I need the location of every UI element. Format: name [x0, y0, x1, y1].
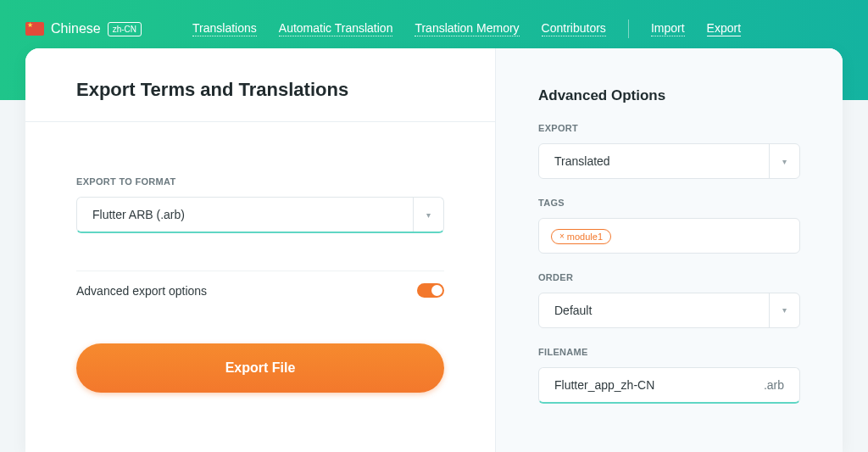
main-nav: Translations Automatic Translation Trans… [192, 20, 741, 38]
chevron-down-icon[interactable]: ▾ [769, 144, 799, 178]
tag-label: module1 [567, 232, 603, 242]
language-code-badge: zh-CN [108, 22, 142, 36]
tags-input[interactable]: ×module1 [538, 218, 800, 254]
page-title: Export Terms and Translations [76, 79, 444, 101]
nav-export[interactable]: Export [707, 21, 741, 36]
nav-divider [628, 20, 629, 38]
order-label: ORDER [538, 272, 800, 282]
advanced-options-title: Advanced Options [538, 87, 800, 104]
format-label: EXPORT TO FORMAT [76, 176, 444, 187]
nav-contributors[interactable]: Contributors [542, 21, 606, 36]
filename-extension: .arb [764, 378, 784, 392]
language-name: Chinese [51, 21, 101, 36]
left-pane: Export Terms and Translations EXPORT TO … [25, 48, 496, 452]
right-pane: Advanced Options EXPORT Translated ▾ TAG… [496, 48, 843, 452]
export-file-button[interactable]: Export File [76, 343, 444, 393]
nav-automatic-translation[interactable]: Automatic Translation [279, 21, 393, 36]
tag-chip[interactable]: ×module1 [551, 229, 611, 244]
advanced-toggle-row: Advanced export options [76, 271, 444, 298]
chevron-down-icon[interactable]: ▾ [413, 198, 443, 232]
nav-import[interactable]: Import [651, 21, 685, 36]
nav-translations[interactable]: Translations [192, 21, 257, 36]
export-filter-select[interactable]: Translated ▾ [538, 143, 800, 179]
filename-input[interactable] [554, 368, 764, 402]
advanced-toggle[interactable] [417, 283, 444, 298]
language-indicator: Chinese zh-CN [25, 21, 142, 36]
advanced-toggle-label: Advanced export options [76, 284, 207, 298]
nav-translation-memory[interactable]: Translation Memory [415, 21, 519, 36]
tag-remove-icon[interactable]: × [559, 232, 565, 241]
export-filter-label: EXPORT [538, 123, 800, 133]
main-card: Export Terms and Translations EXPORT TO … [25, 48, 843, 452]
order-value: Default [539, 293, 769, 327]
chevron-down-icon[interactable]: ▾ [769, 293, 799, 327]
format-select-value: Flutter ARB (.arb) [77, 198, 413, 232]
export-filter-value: Translated [539, 144, 769, 178]
filename-label: FILENAME [538, 347, 800, 357]
filename-input-wrapper: .arb [538, 367, 800, 404]
order-select[interactable]: Default ▾ [538, 293, 800, 328]
tags-label: TAGS [538, 198, 800, 208]
flag-icon [25, 22, 44, 36]
format-select[interactable]: Flutter ARB (.arb) ▾ [76, 197, 444, 233]
